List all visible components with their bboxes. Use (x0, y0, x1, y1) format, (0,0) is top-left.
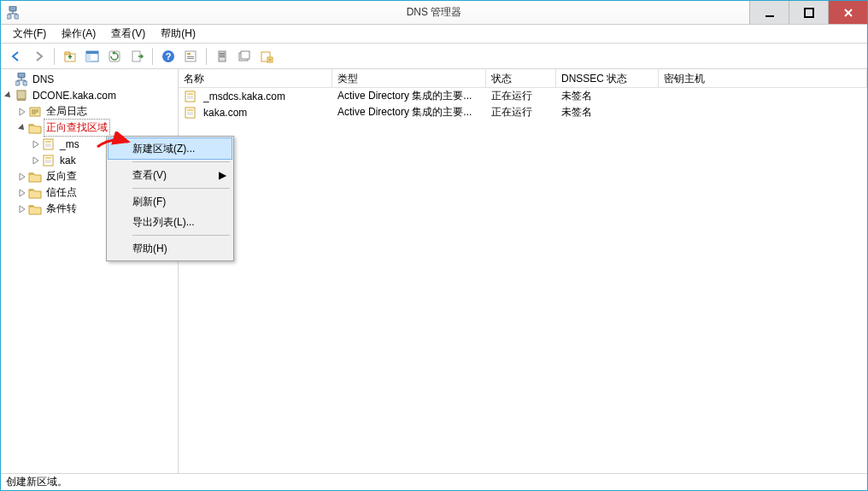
expander-icon[interactable] (16, 108, 28, 116)
maximize-button[interactable] (789, 1, 828, 24)
new-record-button[interactable] (256, 46, 277, 67)
window-title: DNS 管理器 (1, 5, 867, 20)
context-menu: 新建区域(Z)... 查看(V)▶ 刷新(F) 导出列表(L)... 帮助(H) (106, 136, 234, 261)
cell-name-text: kaka.com (203, 107, 247, 119)
cell-status: 正在运行 (486, 104, 556, 120)
expander-icon[interactable] (16, 172, 28, 181)
tree-label: DCONE.kaka.com (31, 89, 118, 102)
svg-rect-33 (45, 141, 51, 143)
export-button[interactable] (126, 46, 147, 67)
ctx-new-zone[interactable]: 新建区域(Z)... (108, 138, 232, 159)
server-icon (15, 89, 28, 102)
tree-server[interactable]: DCONE.kaka.com (1, 87, 178, 103)
toolbar-separator (206, 48, 207, 65)
tree-root-dns[interactable]: DNS (1, 71, 178, 87)
minimize-button[interactable] (749, 1, 789, 24)
tree-pane[interactable]: DNS DCONE.kaka.com 全局日志 正向查找区域 _ms kak (1, 69, 179, 473)
cell-name: _msdcs.kaka.com (179, 89, 332, 104)
help-button[interactable]: ? (158, 46, 179, 67)
main-split: DNS DCONE.kaka.com 全局日志 正向查找区域 _ms kak (1, 69, 867, 473)
expander-icon[interactable] (16, 124, 28, 132)
properties-button[interactable] (180, 46, 201, 67)
expander-icon[interactable] (3, 91, 15, 100)
ctx-view[interactable]: 查看(V)▶ (108, 165, 232, 185)
refresh-button[interactable] (104, 46, 125, 67)
tree-global-log[interactable]: 全局日志 (1, 103, 178, 120)
svg-rect-19 (220, 53, 225, 54)
tree-label: DNS (31, 73, 56, 86)
back-button[interactable] (6, 46, 26, 67)
svg-rect-20 (220, 55, 225, 56)
expander-icon[interactable] (30, 156, 42, 165)
cell-dnssec: 未签名 (556, 88, 659, 104)
column-headers: 名称 类型 状态 DNSSEC 状态 密钥主机 (179, 69, 867, 88)
expander-icon[interactable] (30, 140, 42, 149)
cell-name: kaka.com (179, 105, 332, 120)
menu-action[interactable]: 操作(A) (55, 25, 103, 43)
svg-rect-21 (220, 56, 225, 57)
svg-rect-39 (187, 109, 193, 111)
folder-icon (28, 202, 42, 216)
ctx-separator (132, 235, 230, 236)
svg-rect-0 (9, 6, 16, 11)
svg-rect-17 (187, 58, 194, 59)
expander-icon[interactable] (16, 189, 28, 197)
list-row[interactable]: kaka.comActive Directory 集成的主要...正在运行未签名 (179, 104, 867, 120)
ctx-refresh[interactable]: 刷新(F) (108, 191, 232, 212)
filter-button[interactable] (212, 46, 232, 67)
menu-view[interactable]: 查看(V) (104, 25, 152, 43)
tree-label: 全局日志 (44, 103, 89, 120)
folder-icon (28, 186, 42, 200)
close-button[interactable] (828, 1, 867, 24)
up-button[interactable] (60, 46, 80, 67)
log-icon (28, 105, 42, 119)
show-hide-tree-button[interactable] (82, 46, 103, 67)
ctx-separator (132, 188, 230, 189)
forward-button[interactable] (28, 46, 49, 67)
cell-name-text: _msdcs.kaka.com (203, 91, 285, 102)
title-bar: DNS 管理器 (1, 1, 867, 25)
tree-label: _ms (58, 137, 81, 151)
svg-rect-1 (7, 15, 11, 19)
ctx-help[interactable]: 帮助(H) (108, 238, 232, 259)
expander-icon[interactable] (16, 205, 28, 213)
svg-rect-8 (86, 51, 98, 54)
svg-rect-3 (765, 15, 774, 17)
dns-icon (15, 73, 28, 86)
col-name[interactable]: 名称 (179, 69, 332, 87)
list-row[interactable]: _msdcs.kaka.comActive Directory 集成的主要...… (179, 88, 867, 104)
tree-label: 条件转 (44, 201, 79, 217)
svg-rect-37 (187, 93, 193, 95)
col-keyhost[interactable]: 密钥主机 (659, 69, 867, 87)
col-status[interactable]: 状态 (486, 69, 556, 87)
col-type[interactable]: 类型 (332, 69, 486, 87)
ctx-label: 刷新(F) (132, 195, 166, 209)
status-text: 创建新区域。 (6, 475, 67, 489)
svg-rect-28 (23, 81, 27, 85)
svg-rect-2 (15, 15, 19, 19)
svg-rect-29 (17, 91, 26, 99)
cell-status: 正在运行 (486, 88, 556, 104)
ctx-label: 查看(V) (132, 168, 167, 183)
status-bar: 创建新区域。 (1, 473, 867, 490)
ctx-export[interactable]: 导出列表(L)... (108, 212, 232, 232)
svg-rect-30 (17, 99, 26, 101)
new-window-button[interactable] (234, 46, 255, 67)
svg-rect-6 (65, 52, 70, 55)
svg-rect-4 (805, 9, 813, 17)
zone-icon (42, 137, 56, 151)
svg-rect-16 (187, 56, 194, 57)
menu-file[interactable]: 文件(F) (6, 25, 53, 43)
svg-rect-27 (15, 81, 20, 85)
cell-type: Active Directory 集成的主要... (332, 88, 486, 104)
tree-forward-zone[interactable]: 正向查找区域 (1, 120, 178, 136)
folder-icon (28, 170, 42, 184)
zone-icon (184, 106, 197, 120)
svg-rect-23 (241, 51, 249, 59)
submenu-arrow-icon: ▶ (219, 169, 226, 181)
menu-help[interactable]: 帮助(H) (154, 25, 202, 43)
folder-icon (28, 121, 42, 135)
col-dnssec[interactable]: DNSSEC 状态 (556, 69, 659, 87)
cell-dnssec: 未签名 (556, 104, 659, 120)
list-pane[interactable]: 名称 类型 状态 DNSSEC 状态 密钥主机 _msdcs.kaka.comA… (179, 69, 867, 473)
